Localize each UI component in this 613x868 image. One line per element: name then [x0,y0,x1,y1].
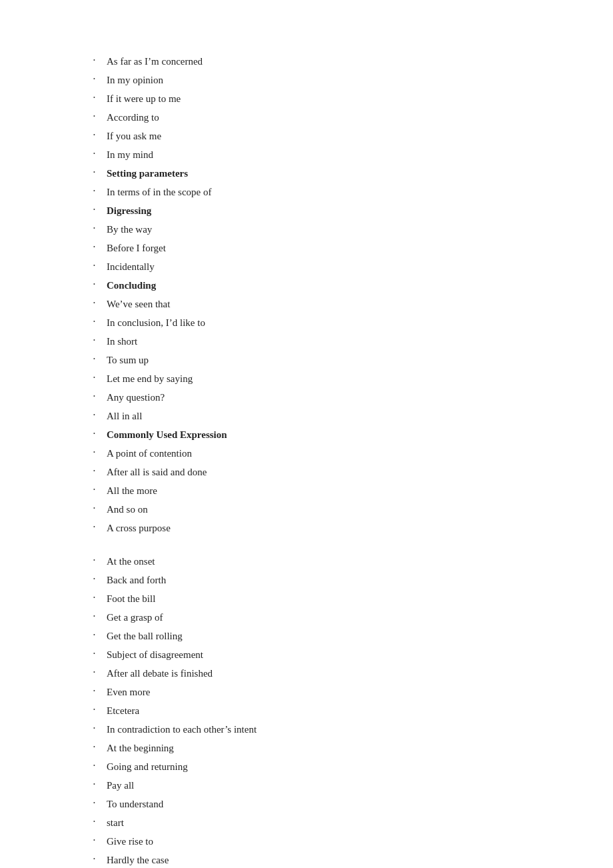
list-item-text: Etcetera [107,703,573,719]
list-item-text: All the more [107,483,573,499]
bullet-icon: • [93,225,107,233]
bullet-icon: • [93,743,107,752]
list-item: •At the beginning [93,740,573,756]
list-item: •Digressing [93,203,573,219]
list-item: •Going and returning [93,759,573,775]
list-item: •In contradiction to each other’s intent [93,721,573,737]
bullet-icon: • [93,594,107,603]
list-item: •A point of contention [93,445,573,461]
bullet-icon: • [93,706,107,715]
list-item-text: Setting parameters [107,165,573,181]
bullet-icon: • [93,467,107,476]
list-item-text: Subject of disagreement [107,647,573,663]
list-item-text: We’ve seen that [107,296,573,312]
list-item-text: Pay all [107,777,573,793]
bullet-icon: • [93,449,107,457]
list-item-text: start [107,815,573,831]
list-item-text: In my opinion [107,72,573,88]
list-item: •Let me end by saying [93,371,573,387]
list-item: •Pay all [93,777,573,793]
bullet-icon: • [93,281,107,289]
list-item: •To sum up [93,352,573,368]
list-item-text: After all debate is finished [107,665,573,681]
list-item-text: After all is said and done [107,464,573,480]
list-item: •In short [93,333,573,349]
bullet-icon: • [93,131,107,140]
list-item-text: In conclusion, I’d like to [107,315,573,331]
list-item: •Setting parameters [93,165,573,181]
bullet-icon: • [93,94,107,103]
bullet-icon: • [93,430,107,439]
bullet-icon: • [93,762,107,771]
bullet-icon: • [93,725,107,733]
bullet-icon: • [93,337,107,345]
list-item: •Get the ball rolling [93,628,573,644]
list-item: •Concluding [93,277,573,293]
bullet-icon: • [93,523,107,532]
list-item: •Subject of disagreement [93,647,573,663]
bullet-icon: • [93,575,107,584]
bullet-icon: • [93,613,107,621]
bullet-icon: • [93,355,107,364]
list-item-text: If you ask me [107,128,573,144]
list-item: •Before I forget [93,240,573,256]
list-item-text: According to [107,109,573,125]
list-item-text: Before I forget [107,240,573,256]
list-item: •Give rise to [93,833,573,849]
list-item: •Commonly Used Expression [93,427,573,443]
bullet-icon: • [93,818,107,827]
list-item-text: By the way [107,221,573,237]
list-item-text: Even more [107,684,573,700]
list-item: •Etcetera [93,703,573,719]
bullet-icon: • [93,631,107,640]
list-item: •We’ve seen that [93,296,573,312]
list-item-text: In short [107,333,573,349]
list-item-text: Incidentally [107,259,573,275]
list-item: •Foot the bill [93,591,573,607]
list-item: •All the more [93,483,573,499]
list-item-text: A cross purpose [107,520,573,536]
list-item-text: In my mind [107,147,573,163]
list-item-text: Give rise to [107,833,573,849]
list-item: •As far as I’m concerned [93,53,573,69]
list-item-text: At the onset [107,553,573,569]
bullet-icon: • [93,486,107,495]
list-item-text: Let me end by saying [107,371,573,387]
list-item-text: A point of contention [107,445,573,461]
list-item: •Get a grasp of [93,609,573,625]
list-item: •Back and forth [93,572,573,588]
list-item: •According to [93,109,573,125]
bullet-icon: • [93,150,107,159]
list-item-text: In contradiction to each other’s intent [107,721,573,737]
bullet-icon: • [93,669,107,677]
list-item: •At the onset [93,553,573,569]
list-item-text: Any question? [107,389,573,405]
list-item-text: Going and returning [107,759,573,775]
list-item: •Hardly the case [93,852,573,868]
bullet-icon: • [93,799,107,808]
content-list: •As far as I’m concerned•In my opinion•I… [93,53,573,868]
list-item: •To understand [93,796,573,812]
bullet-icon: • [93,57,107,65]
bullet-icon: • [93,374,107,383]
bullet-icon: • [93,393,107,401]
list-item: •start [93,815,573,831]
list-item: •By the way [93,221,573,237]
list-item-text: If it were up to me [107,91,573,107]
list-item: •If you ask me [93,128,573,144]
list-item-text: At the beginning [107,740,573,756]
list-item: •A cross purpose [93,520,573,536]
bullet-icon: • [93,650,107,659]
list-item-text: In terms of in the scope of [107,184,573,200]
bullet-icon: • [93,318,107,327]
list-item-text: Get a grasp of [107,609,573,625]
list-item-text: Back and forth [107,572,573,588]
list-item: •If it were up to me [93,91,573,107]
list-item: •All in all [93,408,573,424]
list-item: •In my mind [93,147,573,163]
list-item-text: All in all [107,408,573,424]
list-item-text: To understand [107,796,573,812]
list-item-text: Hardly the case [107,852,573,868]
bullet-icon: • [93,262,107,271]
list-item: •After all is said and done [93,464,573,480]
